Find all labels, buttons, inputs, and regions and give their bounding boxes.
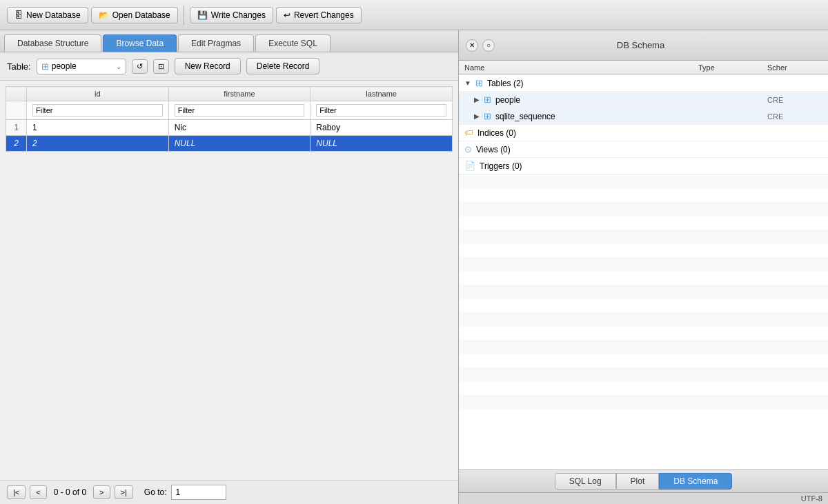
page-info: 0 - 0 of 0	[54, 487, 86, 497]
filter-lastname-input[interactable]	[316, 104, 446, 117]
write-changes-button[interactable]: 💾 Write Changes	[190, 7, 273, 23]
col-header-firstname[interactable]: firstname	[168, 87, 310, 101]
schema-item-people[interactable]: ▶ ⊞ people CRE	[459, 92, 828, 108]
schema-item-indices[interactable]: 🏷 Indices (0)	[459, 125, 828, 141]
schema-item-indices-name: 🏷 Indices (0)	[464, 128, 698, 138]
tab-database-structure[interactable]: Database Structure	[4, 34, 101, 52]
tables-label: Tables (2)	[487, 79, 524, 88]
close-button[interactable]: ✕	[466, 39, 478, 52]
tab-bar: Database Structure Browse Data Edit Prag…	[0, 30, 458, 52]
schema-item-sqlite-name: ▶ ⊞ sqlite_sequence	[474, 111, 698, 121]
toolbar-separator	[184, 6, 184, 25]
goto-input[interactable]	[171, 485, 226, 500]
filter-lastname-cell	[310, 101, 453, 120]
selected-table-name: people	[52, 61, 113, 71]
schema-item-triggers[interactable]: 📄 Triggers (0)	[459, 158, 828, 174]
table-row[interactable]: 1 1 Nic Raboy	[6, 120, 453, 136]
filter-id-input[interactable]	[32, 104, 163, 117]
open-database-label: Open Database	[112, 10, 170, 20]
revert-changes-button[interactable]: ↩ Revert Changes	[276, 7, 362, 23]
table-selector[interactable]: ⊞ people ⌄	[37, 59, 126, 74]
empty-row	[459, 367, 828, 381]
sqlite-schema: CRE	[767, 112, 822, 121]
delete-record-button[interactable]: Delete Record	[246, 58, 320, 74]
indices-label: Indices (0)	[477, 128, 516, 138]
new-record-button[interactable]: New Record	[175, 58, 241, 74]
tab-db-schema[interactable]: DB Schema	[659, 473, 732, 490]
tab-browse-data[interactable]: Browse Data	[103, 34, 177, 52]
schema-item-views-name: ⊙ Views (0)	[464, 144, 698, 154]
cell-lastname-1[interactable]: Raboy	[310, 120, 453, 136]
cell-lastname-2[interactable]: NULL	[310, 136, 453, 152]
schema-tree: Name Type Scher ▼ ⊞ Tables (2) ▶ ⊞	[459, 61, 828, 470]
row-num-2: 2	[6, 136, 27, 152]
cell-id-2[interactable]: 2	[27, 136, 169, 152]
tables-folder-icon: ⊞	[475, 78, 483, 88]
cell-firstname-2[interactable]: NULL	[168, 136, 310, 152]
column-header-row: id firstname lastname	[6, 87, 453, 101]
filter-row	[6, 101, 453, 120]
empty-row	[459, 202, 828, 216]
empty-row	[459, 243, 828, 257]
empty-row	[459, 188, 828, 202]
empty-row	[459, 285, 828, 299]
window-controls: ✕ ○	[466, 39, 495, 52]
schema-item-views[interactable]: ⊙ Views (0)	[459, 141, 828, 158]
next-page-button[interactable]: >	[93, 485, 110, 499]
people-schema: CRE	[767, 96, 822, 104]
expand-people-icon[interactable]: ▶	[474, 96, 480, 103]
first-page-button[interactable]: |<	[7, 485, 26, 499]
sqlite-label: sqlite_sequence	[495, 112, 555, 121]
empty-row	[459, 409, 828, 423]
filter-firstname-cell	[168, 101, 310, 120]
open-database-icon: 📂	[99, 10, 109, 20]
encoding-label: UTF-8	[801, 494, 822, 503]
prev-page-button[interactable]: <	[30, 485, 46, 499]
filter-firstname-input[interactable]	[175, 104, 305, 117]
schema-col-name: Name	[464, 63, 698, 72]
schema-item-sqlite-sequence[interactable]: ▶ ⊞ sqlite_sequence CRE	[459, 108, 828, 125]
new-database-button[interactable]: 🗄 New Database	[7, 7, 88, 23]
toolbar: 🗄 New Database 📂 Open Database 💾 Write C…	[0, 0, 828, 30]
filter-row-num	[6, 101, 27, 120]
tab-execute-sql[interactable]: Execute SQL	[255, 34, 331, 52]
minimize-button[interactable]: ○	[482, 39, 495, 52]
empty-row	[459, 354, 828, 367]
open-database-button[interactable]: 📂 Open Database	[91, 7, 178, 23]
last-page-button[interactable]: >|	[115, 485, 133, 499]
empty-row	[459, 299, 828, 312]
expand-sqlite-icon[interactable]: ▶	[474, 112, 480, 120]
tab-sql-log[interactable]: SQL Log	[555, 473, 616, 490]
expand-tables-icon[interactable]: ▼	[464, 79, 471, 87]
col-header-lastname[interactable]: lastname	[310, 87, 453, 101]
cell-firstname-1[interactable]: Nic	[168, 120, 310, 136]
right-panel: ✕ ○ DB Schema Name Type Scher ▼ ⊞ Tables…	[459, 30, 828, 504]
revert-changes-icon: ↩	[284, 10, 290, 20]
empty-row	[459, 326, 828, 340]
table-icon: ⊞	[41, 61, 49, 72]
revert-changes-label: Revert Changes	[294, 10, 354, 20]
tab-plot[interactable]: Plot	[616, 473, 660, 490]
schema-col-schema: Scher	[767, 63, 822, 72]
sqlite-table-icon: ⊞	[484, 111, 491, 121]
schema-item-people-name: ▶ ⊞ people	[474, 94, 698, 105]
schema-item-tables[interactable]: ▼ ⊞ Tables (2)	[459, 75, 828, 92]
col-header-id[interactable]: id	[27, 87, 169, 101]
left-panel: Database Structure Browse Data Edit Prag…	[0, 30, 459, 504]
refresh-table-button[interactable]: ↺	[132, 59, 148, 74]
main-area: Database Structure Browse Data Edit Prag…	[0, 30, 828, 504]
write-changes-icon: 💾	[197, 10, 208, 20]
views-label: Views (0)	[476, 145, 511, 154]
filter-button[interactable]: ⊡	[153, 59, 169, 74]
people-label: people	[495, 95, 520, 105]
schema-item-triggers-name: 📄 Triggers (0)	[464, 161, 698, 171]
data-container: id firstname lastname 1 1	[0, 81, 458, 480]
row-num-1: 1	[6, 120, 27, 136]
right-header: ✕ ○ DB Schema	[459, 30, 828, 61]
table-row[interactable]: 2 2 NULL NULL	[6, 136, 453, 152]
empty-row	[459, 395, 828, 409]
cell-id-1[interactable]: 1	[27, 120, 169, 136]
indices-icon: 🏷	[464, 128, 473, 138]
tab-edit-pragmas[interactable]: Edit Pragmas	[178, 34, 254, 52]
bottom-tabs: SQL Log Plot DB Schema	[459, 470, 828, 492]
